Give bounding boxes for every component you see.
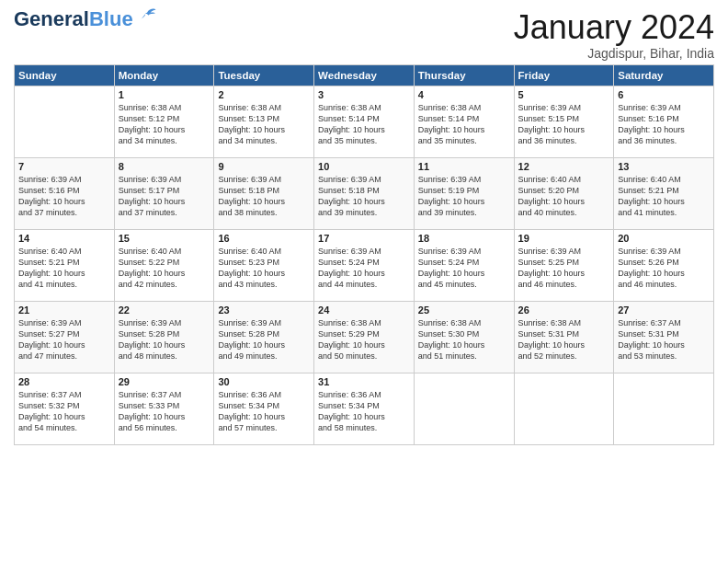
day-number: 18	[418, 233, 510, 244]
calendar-week-row: 7Sunrise: 6:39 AM Sunset: 5:16 PM Daylig…	[15, 157, 714, 229]
weekday-header: Monday	[114, 64, 214, 86]
day-number: 31	[318, 376, 410, 387]
calendar-cell: 24Sunrise: 6:38 AM Sunset: 5:29 PM Dayli…	[314, 301, 415, 373]
month-title: January 2024	[514, 9, 714, 46]
day-info: Sunrise: 6:39 AM Sunset: 5:17 PM Dayligh…	[119, 174, 210, 219]
day-number: 22	[119, 304, 210, 316]
day-info: Sunrise: 6:39 AM Sunset: 5:28 PM Dayligh…	[218, 317, 310, 362]
day-number: 19	[518, 233, 610, 244]
day-info: Sunrise: 6:39 AM Sunset: 5:15 PM Dayligh…	[518, 102, 610, 147]
day-info: Sunrise: 6:39 AM Sunset: 5:24 PM Dayligh…	[418, 246, 510, 291]
calendar-cell: 12Sunrise: 6:40 AM Sunset: 5:20 PM Dayli…	[514, 157, 614, 229]
calendar-cell: 28Sunrise: 6:37 AM Sunset: 5:32 PM Dayli…	[15, 373, 115, 444]
day-number: 2	[218, 89, 310, 100]
day-info: Sunrise: 6:39 AM Sunset: 5:27 PM Dayligh…	[18, 317, 110, 362]
day-info: Sunrise: 6:39 AM Sunset: 5:24 PM Dayligh…	[318, 246, 410, 291]
calendar-cell: 29Sunrise: 6:37 AM Sunset: 5:33 PM Dayli…	[114, 373, 214, 444]
weekday-header-row: SundayMondayTuesdayWednesdayThursdayFrid…	[15, 64, 714, 86]
day-info: Sunrise: 6:40 AM Sunset: 5:21 PM Dayligh…	[618, 174, 710, 219]
day-number: 1	[119, 89, 210, 100]
day-number: 30	[218, 376, 310, 387]
weekday-header: Saturday	[614, 64, 714, 86]
calendar-cell: 31Sunrise: 6:36 AM Sunset: 5:34 PM Dayli…	[314, 373, 415, 444]
calendar-cell: 13Sunrise: 6:40 AM Sunset: 5:21 PM Dayli…	[614, 157, 714, 229]
weekday-header: Friday	[514, 64, 614, 86]
calendar-cell: 8Sunrise: 6:39 AM Sunset: 5:17 PM Daylig…	[114, 157, 214, 229]
calendar-cell: 20Sunrise: 6:39 AM Sunset: 5:26 PM Dayli…	[614, 229, 714, 301]
day-info: Sunrise: 6:38 AM Sunset: 5:14 PM Dayligh…	[318, 102, 410, 147]
day-number: 21	[18, 304, 110, 316]
calendar-cell: 10Sunrise: 6:39 AM Sunset: 5:18 PM Dayli…	[314, 157, 415, 229]
day-info: Sunrise: 6:40 AM Sunset: 5:21 PM Dayligh…	[18, 246, 110, 291]
calendar-cell: 21Sunrise: 6:39 AM Sunset: 5:27 PM Dayli…	[15, 301, 115, 373]
day-number: 4	[418, 89, 510, 100]
day-info: Sunrise: 6:37 AM Sunset: 5:31 PM Dayligh…	[618, 317, 710, 362]
calendar-cell: 4Sunrise: 6:38 AM Sunset: 5:14 PM Daylig…	[414, 86, 514, 157]
calendar-cell: 25Sunrise: 6:38 AM Sunset: 5:30 PM Dayli…	[414, 301, 514, 373]
day-number: 9	[218, 161, 310, 172]
calendar-cell	[414, 373, 514, 444]
calendar-cell: 27Sunrise: 6:37 AM Sunset: 5:31 PM Dayli…	[614, 301, 714, 373]
day-number: 15	[119, 233, 210, 244]
day-number: 3	[318, 89, 410, 100]
location-subtitle: Jagdispur, Bihar, India	[514, 46, 714, 61]
day-info: Sunrise: 6:39 AM Sunset: 5:19 PM Dayligh…	[418, 174, 510, 219]
day-number: 7	[18, 161, 110, 172]
calendar-cell: 2Sunrise: 6:38 AM Sunset: 5:13 PM Daylig…	[214, 86, 314, 157]
calendar-cell: 5Sunrise: 6:39 AM Sunset: 5:15 PM Daylig…	[514, 86, 614, 157]
day-info: Sunrise: 6:39 AM Sunset: 5:28 PM Dayligh…	[119, 317, 210, 362]
weekday-header: Wednesday	[314, 64, 415, 86]
day-info: Sunrise: 6:36 AM Sunset: 5:34 PM Dayligh…	[318, 389, 410, 434]
calendar-cell: 22Sunrise: 6:39 AM Sunset: 5:28 PM Dayli…	[114, 301, 214, 373]
day-info: Sunrise: 6:37 AM Sunset: 5:32 PM Dayligh…	[18, 389, 110, 434]
calendar-week-row: 14Sunrise: 6:40 AM Sunset: 5:21 PM Dayli…	[15, 229, 714, 301]
weekday-header: Tuesday	[214, 64, 314, 86]
calendar-cell	[514, 373, 614, 444]
day-info: Sunrise: 6:39 AM Sunset: 5:16 PM Dayligh…	[18, 174, 110, 219]
day-info: Sunrise: 6:38 AM Sunset: 5:29 PM Dayligh…	[318, 317, 410, 362]
day-info: Sunrise: 6:36 AM Sunset: 5:34 PM Dayligh…	[218, 389, 310, 434]
day-info: Sunrise: 6:38 AM Sunset: 5:14 PM Dayligh…	[418, 102, 510, 147]
day-number: 27	[618, 304, 710, 316]
calendar-cell: 11Sunrise: 6:39 AM Sunset: 5:19 PM Dayli…	[414, 157, 514, 229]
day-info: Sunrise: 6:40 AM Sunset: 5:22 PM Dayligh…	[119, 246, 210, 291]
day-number: 5	[518, 89, 610, 100]
day-number: 16	[218, 233, 310, 244]
weekday-header: Thursday	[414, 64, 514, 86]
day-number: 10	[318, 161, 410, 172]
day-number: 8	[119, 161, 210, 172]
day-info: Sunrise: 6:39 AM Sunset: 5:16 PM Dayligh…	[618, 102, 710, 147]
calendar-body: 1Sunrise: 6:38 AM Sunset: 5:12 PM Daylig…	[15, 86, 714, 444]
day-info: Sunrise: 6:40 AM Sunset: 5:20 PM Dayligh…	[518, 174, 610, 219]
day-info: Sunrise: 6:38 AM Sunset: 5:13 PM Dayligh…	[218, 102, 310, 147]
day-info: Sunrise: 6:39 AM Sunset: 5:25 PM Dayligh…	[518, 246, 610, 291]
calendar-cell: 14Sunrise: 6:40 AM Sunset: 5:21 PM Dayli…	[15, 229, 115, 301]
day-info: Sunrise: 6:38 AM Sunset: 5:31 PM Dayligh…	[518, 317, 610, 362]
day-number: 14	[18, 233, 110, 244]
calendar-cell: 18Sunrise: 6:39 AM Sunset: 5:24 PM Dayli…	[414, 229, 514, 301]
day-info: Sunrise: 6:39 AM Sunset: 5:26 PM Dayligh…	[618, 246, 710, 291]
title-block: January 2024 Jagdispur, Bihar, India	[514, 9, 714, 61]
logo-text: GeneralBlue	[14, 9, 133, 29]
logo: GeneralBlue	[14, 9, 157, 29]
weekday-header: Sunday	[15, 64, 115, 86]
calendar-cell: 15Sunrise: 6:40 AM Sunset: 5:22 PM Dayli…	[114, 229, 214, 301]
day-number: 25	[418, 304, 510, 316]
calendar-cell: 30Sunrise: 6:36 AM Sunset: 5:34 PM Dayli…	[214, 373, 314, 444]
calendar-header: SundayMondayTuesdayWednesdayThursdayFrid…	[15, 64, 714, 86]
calendar-week-row: 28Sunrise: 6:37 AM Sunset: 5:32 PM Dayli…	[15, 373, 714, 444]
header: GeneralBlue January 2024 Jagdispur, Biha…	[14, 9, 714, 61]
day-number: 24	[318, 304, 410, 316]
day-number: 20	[618, 233, 710, 244]
day-info: Sunrise: 6:38 AM Sunset: 5:12 PM Dayligh…	[119, 102, 210, 147]
day-info: Sunrise: 6:38 AM Sunset: 5:30 PM Dayligh…	[418, 317, 510, 362]
calendar-week-row: 1Sunrise: 6:38 AM Sunset: 5:12 PM Daylig…	[15, 86, 714, 157]
calendar-cell: 19Sunrise: 6:39 AM Sunset: 5:25 PM Dayli…	[514, 229, 614, 301]
calendar-cell	[614, 373, 714, 444]
bird-icon	[137, 6, 157, 26]
day-info: Sunrise: 6:40 AM Sunset: 5:23 PM Dayligh…	[218, 246, 310, 291]
day-info: Sunrise: 6:39 AM Sunset: 5:18 PM Dayligh…	[218, 174, 310, 219]
calendar-cell: 16Sunrise: 6:40 AM Sunset: 5:23 PM Dayli…	[214, 229, 314, 301]
calendar-cell: 26Sunrise: 6:38 AM Sunset: 5:31 PM Dayli…	[514, 301, 614, 373]
calendar-table: SundayMondayTuesdayWednesdayThursdayFrid…	[14, 64, 714, 445]
